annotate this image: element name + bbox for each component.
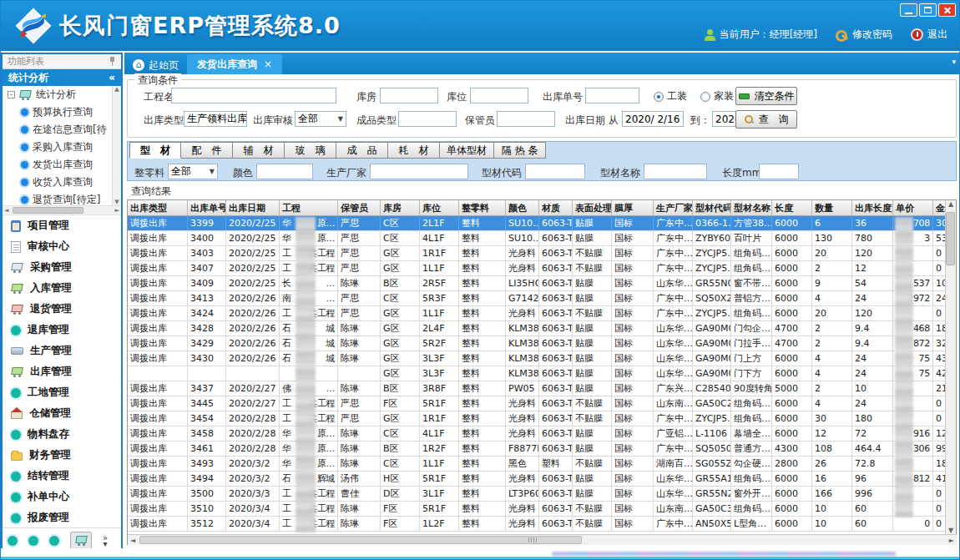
- scroll-left-icon[interactable]: ◄: [4, 207, 8, 214]
- keeper-input[interactable]: [497, 111, 555, 127]
- table-row[interactable]: 调拨出库34032020/2/25工共工程严思G区1R1F整料光身料6063-T…: [128, 246, 946, 261]
- table-row[interactable]: 调拨出库34132020/2/26南…严思C区5R3F整料G714226063-…: [128, 291, 946, 306]
- column-header[interactable]: 整零料: [459, 200, 506, 215]
- vscroll-thumb[interactable]: [946, 212, 955, 265]
- column-header[interactable]: 颜色: [506, 200, 539, 215]
- scroll-left-icon[interactable]: ◄: [130, 537, 135, 544]
- column-header[interactable]: 保管员: [338, 200, 381, 215]
- table-row[interactable]: 调拨出库34292020/2/26石城陈琳G区5R2F整料KLM38176063…: [128, 336, 946, 351]
- tree-item-4[interactable]: 收货入库查询: [3, 174, 112, 191]
- column-header[interactable]: 膜厚: [612, 200, 654, 215]
- sidebar-item-8[interactable]: 工地管理: [3, 382, 121, 403]
- dot-teal-icon[interactable]: [8, 536, 18, 546]
- pin-icon[interactable]: [109, 57, 116, 66]
- maximize-button[interactable]: [919, 3, 937, 17]
- profile-code-input[interactable]: [525, 164, 585, 179]
- location-input[interactable]: [470, 88, 528, 103]
- tree-item-2[interactable]: 采购入库查询: [3, 139, 112, 156]
- column-header[interactable]: 材质: [539, 200, 573, 215]
- table-row[interactable]: 调拨出库34542020/2/28工共工程严思G区1R1F整料光身料6063-T…: [128, 411, 946, 426]
- material-tab-0[interactable]: 型 材: [129, 142, 181, 159]
- column-header[interactable]: 库位: [420, 200, 459, 215]
- table-row[interactable]: 调拨出库34072020/2/25工共工程严思G区1L1F整料光身料6063-T…: [128, 261, 946, 276]
- table-row[interactable]: 调拨出库33992020/2/25华原…严思C区2L1F整料SU10…6063-…: [128, 216, 946, 231]
- sidebar-item-14[interactable]: 报废管理: [3, 507, 121, 527]
- scroll-right-icon[interactable]: ►: [949, 537, 954, 544]
- table-row[interactable]: 调拨出库34092020/2/25长…陈琳B区2R5F整料LI35HO6063-…: [128, 276, 946, 291]
- tree-item-5[interactable]: 退货查询[待定]: [3, 191, 112, 206]
- dot-teal-icon[interactable]: [28, 536, 38, 546]
- scroll-down-icon[interactable]: ▼: [114, 199, 119, 205]
- logout-button[interactable]: 退出: [911, 28, 947, 42]
- column-header[interactable]: 型材代码: [693, 200, 731, 215]
- table-row[interactable]: 调拨出库35102020/3/4工共工程陈琳F区5R1F整料光身料6063-T5…: [128, 502, 946, 517]
- table-row[interactable]: 调拨出库34002020/2/25华原…严思C区4L1F整料SU10…6063-…: [128, 231, 946, 246]
- minimize-button[interactable]: [900, 3, 917, 17]
- tab-close-icon[interactable]: ×: [264, 58, 272, 70]
- scroll-up-icon[interactable]: ▲: [114, 86, 119, 93]
- sidebar-item-11[interactable]: 财务管理: [3, 445, 121, 466]
- factory-input[interactable]: [370, 164, 468, 179]
- table-row[interactable]: 调拨出库35002020/3/3工共工程曹佳D区3L1F整料LT3P606063…: [128, 487, 946, 502]
- scroll-down-icon[interactable]: ▼: [948, 527, 953, 534]
- column-header[interactable]: 单价: [893, 200, 933, 215]
- project-name-input[interactable]: [171, 88, 336, 103]
- column-header[interactable]: 金: [933, 200, 946, 215]
- out-type-select[interactable]: 生产领料出库▼: [184, 111, 247, 127]
- table-row[interactable]: 调拨出库34612020/2/28华原…陈琳B区1R2F整料F8877FT606…: [128, 441, 946, 457]
- date-from-select[interactable]: 2020/ 2/16▼: [622, 111, 684, 127]
- radio-jiazhuang[interactable]: 家装: [700, 89, 734, 103]
- material-tab-7[interactable]: 隔 热 条: [494, 142, 546, 159]
- dot-teal-icon[interactable]: [49, 536, 59, 546]
- table-vertical-scrollbar[interactable]: ▲ ▼: [945, 200, 956, 534]
- tree-root-statistics[interactable]: -统计分析: [3, 86, 112, 103]
- table-row[interactable]: G区3L3F整料KLM38176063-T5贴膜国标山东华…GA90M09…门下…: [128, 366, 946, 381]
- tree-item-3[interactable]: 发货出库查询: [3, 156, 112, 174]
- table-row[interactable]: 调拨出库34242020/2/26工共工程严思G区1L1F整料光身料6063-T…: [128, 306, 946, 321]
- sidebar-item-0[interactable]: 项目管理: [3, 215, 121, 236]
- clear-conditions-button[interactable]: 清空条件: [735, 87, 797, 105]
- product-type-input[interactable]: [398, 111, 457, 127]
- color-input[interactable]: [256, 164, 313, 179]
- sidebar-item-6[interactable]: 生产管理: [3, 341, 121, 361]
- close-button[interactable]: [938, 3, 956, 17]
- table-row[interactable]: 调拨出库35122020/3/4工共工程陈琳F区1L2F整料光身料6063-T5…: [128, 517, 946, 532]
- tree-vertical-scrollbar[interactable]: ▲ ▼: [112, 86, 121, 205]
- tab-shipment-query[interactable]: 发货出库查询 ×: [187, 54, 282, 74]
- sidebar-item-10[interactable]: 物料盘存: [3, 424, 121, 445]
- sidebar-item-13[interactable]: 补单中心: [3, 487, 121, 507]
- table-row[interactable]: 调拨出库34372020/2/27佛…陈琳B区3R8F整料PW056063-T5…: [128, 381, 946, 396]
- tab-home[interactable]: ⌂ 起始页: [124, 56, 187, 74]
- material-tab-6[interactable]: 单体型材: [440, 142, 494, 159]
- hscroll-thumb[interactable]: [139, 536, 582, 544]
- profile-name-input[interactable]: [644, 164, 707, 179]
- sidebar-overflow-button[interactable]: » ▾: [103, 535, 108, 547]
- material-tab-3[interactable]: 玻 璃: [285, 142, 336, 159]
- column-header[interactable]: 工程: [280, 200, 338, 215]
- table-row[interactable]: 调拨出库34302020/2/26石城陈琳G区3L3F整料KLM38176063…: [128, 351, 946, 366]
- cart-shortcut-button[interactable]: [70, 532, 92, 550]
- material-tab-1[interactable]: 配 件: [181, 142, 233, 159]
- sidebar-item-4[interactable]: 退货管理: [3, 299, 121, 320]
- material-tab-2[interactable]: 辅 材: [233, 142, 285, 159]
- column-header[interactable]: 表面处理: [573, 200, 612, 215]
- sidebar-item-7[interactable]: 出库管理: [3, 361, 121, 382]
- sidebar-item-12[interactable]: 结转管理: [3, 466, 121, 487]
- sidebar-item-1[interactable]: 审核中心: [3, 236, 121, 257]
- sidebar-item-2[interactable]: 采购管理: [3, 257, 121, 278]
- tree-horizontal-scrollbar[interactable]: ◄ ►: [3, 206, 121, 215]
- material-tab-5[interactable]: 耗 材: [388, 142, 440, 159]
- sidebar-item-9[interactable]: 仓储管理: [3, 403, 121, 424]
- whole-piece-select[interactable]: 全部▼: [168, 164, 218, 179]
- column-header[interactable]: 出库长度: [852, 200, 893, 215]
- column-header[interactable]: 长度: [772, 200, 812, 215]
- material-tab-4[interactable]: 成 品: [336, 142, 388, 159]
- sidebar-item-3[interactable]: 入库管理: [3, 278, 121, 299]
- table-row[interactable]: 调拨出库34942020/3/2石辉城汤伟H区5R1F整料光身料6063-T5贴…: [128, 472, 946, 487]
- column-header[interactable]: 出库单号: [188, 200, 226, 215]
- tree-item-1[interactable]: 在途信息查询[待: [3, 121, 112, 139]
- tree-item-0[interactable]: 预算执行查询: [3, 103, 112, 121]
- tabbar-caret-icon[interactable]: ▾: [952, 58, 956, 66]
- scroll-up-icon[interactable]: ▲: [948, 200, 953, 208]
- sidebar-item-5[interactable]: 退库管理: [3, 320, 121, 341]
